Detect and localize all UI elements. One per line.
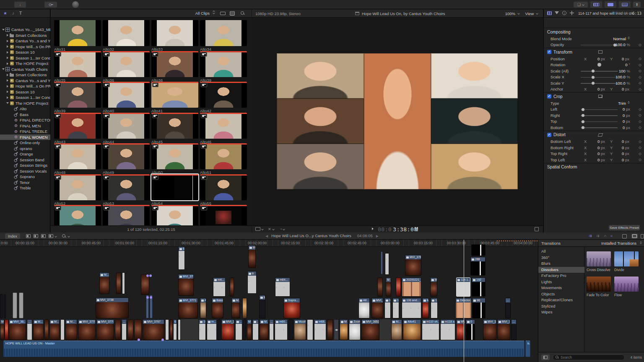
clip-filter-chevrons[interactable] [213, 11, 215, 14]
sidebar-item[interactable]: Alto [0, 106, 50, 112]
effects-browser-icon[interactable] [622, 234, 627, 238]
timeline-clip[interactable]: ... [252, 319, 259, 340]
disclosure-right-icon[interactable] [6, 51, 9, 54]
solo-icon[interactable]: ∩ [604, 234, 606, 238]
inspector-section-header[interactable]: Compositing [544, 28, 644, 36]
keyframe-diamond-icon[interactable] [639, 88, 641, 90]
slider-track[interactable] [581, 109, 618, 110]
inspector-row-right[interactable]: Right0 px [544, 112, 644, 119]
timeline-clip[interactable]: MVI_3738 [96, 297, 129, 318]
user-avatar[interactable] [72, 1, 79, 8]
inspector-row-blend-mode[interactable]: Blend ModeNormal [544, 36, 644, 42]
timeline-clip[interactable]: M... [259, 295, 265, 318]
timeline-clip[interactable]: M [247, 319, 252, 340]
marker-icon[interactable] [138, 339, 140, 341]
inspector-row-bottom[interactable]: Bottom0 px [544, 124, 644, 131]
keyframe-diamond-icon[interactable] [639, 126, 641, 129]
keyframe-diamond-icon[interactable] [639, 158, 641, 161]
photos-browser-icon[interactable] [641, 234, 644, 238]
crop-icon[interactable] [598, 95, 602, 98]
info-inspector-icon[interactable]: i [562, 11, 566, 15]
timeline-clip[interactable]: MVI_3... [221, 319, 234, 340]
timeline-clip[interactable]: MVI_3770 [96, 319, 114, 340]
slider-track[interactable] [581, 83, 618, 84]
viewer-view-dropdown[interactable]: View [525, 11, 534, 16]
browser-clip[interactable]: Alto45 [151, 113, 198, 144]
browser-clip[interactable]: Alto39 [200, 51, 247, 83]
timeline-clip[interactable]: 10 [199, 319, 206, 340]
section-checkbox[interactable]: ✓ [547, 133, 551, 137]
timeline-clip[interactable] [218, 319, 221, 340]
timeline-clip[interactable]: 96 [472, 298, 486, 318]
transitions-category[interactable]: Dissolves [538, 267, 584, 273]
timeline-clip[interactable]: McuW50... [294, 319, 306, 340]
timeline-clip[interactable] [134, 319, 142, 340]
retime-dropdown-icon[interactable]: ◔ [280, 227, 285, 231]
marker-icon[interactable] [146, 274, 149, 277]
slider-track[interactable] [581, 127, 618, 128]
parameter-value[interactable]: 0 px [623, 107, 630, 111]
timeline-clip[interactable]: m110 oh... [422, 319, 439, 340]
video-canvas[interactable] [277, 53, 518, 189]
sidebar-item[interactable]: oprano [0, 146, 50, 152]
parameter-value[interactable]: 0 px [623, 119, 630, 124]
installed-transitions-dropdown[interactable]: Installed Transitions [601, 241, 636, 246]
inspector-row-top-right[interactable]: Top RightX0 pxY0 px [544, 151, 644, 157]
timeline-clip[interactable]: tr [247, 271, 257, 294]
keyframe-diamond-icon[interactable] [639, 75, 641, 78]
sidebar-item[interactable]: Session Band [0, 157, 50, 163]
inspector-row-scale-all-[interactable]: Scale (All)100 % [544, 68, 644, 74]
timeline-clip[interactable] [44, 319, 49, 340]
disclosure-right-icon[interactable] [6, 74, 9, 76]
sidebar-item[interactable]: Soprano [0, 174, 50, 180]
timeline-clip[interactable]: MVI_3797 [178, 274, 194, 296]
share-icon[interactable]: ⬆ [633, 2, 641, 8]
keyframe-diamond-icon[interactable] [639, 70, 641, 72]
sidebar-item[interactable]: ⚙FINAL WOMEN [0, 134, 50, 140]
inspector-row-top[interactable]: Top0 px [544, 119, 644, 125]
browser-clip[interactable]: Alto50 [151, 143, 198, 175]
disclosure-right-icon[interactable] [6, 62, 9, 65]
timeline-clip[interactable]: M... [422, 298, 429, 318]
timeline-clip[interactable]: m4... [213, 277, 226, 297]
timeline-clip[interactable] [13, 292, 17, 318]
workspace-timeline-toggle[interactable] [605, 1, 616, 8]
timeline-clip[interactable]: M... [340, 319, 348, 340]
timeline-clip[interactable]: MVI_3797 [143, 319, 164, 340]
timeline-clip[interactable]: m... [207, 319, 217, 340]
parameter-value[interactable]: 100.0 % [615, 42, 630, 47]
search-icon[interactable] [241, 11, 245, 16]
timeline-clip[interactable] [377, 277, 383, 297]
timeline-clip[interactable]: M... [430, 277, 437, 297]
browser-clip[interactable]: Alto53 [103, 174, 150, 206]
browser-clip[interactable]: Alto31 [54, 20, 101, 52]
transitions-search-input[interactable] [561, 355, 615, 359]
timeline-clip[interactable]: ... [511, 319, 517, 340]
browser-clip[interactable]: Alto34 [200, 20, 247, 52]
inspector-row-scale-y[interactable]: Scale Y100.0 % [544, 80, 644, 86]
keyframe-diamond-icon[interactable] [639, 146, 641, 149]
inspector-row-type[interactable]: TypeTrim [544, 100, 644, 106]
timeline-clip[interactable] [243, 319, 246, 340]
keyframe-diamond-icon[interactable] [639, 63, 641, 66]
disclosure-right-icon[interactable] [6, 90, 9, 93]
timeline-clip[interactable] [60, 319, 65, 340]
timeline-clip[interactable]: M... [231, 298, 240, 318]
timeline-clip[interactable]: tri [248, 245, 256, 268]
timeline-clip[interactable]: 1... [431, 298, 438, 318]
inspector-section-header[interactable]: ✓Crop [544, 92, 644, 100]
workspace-inspector-toggle[interactable] [619, 1, 631, 8]
y-value[interactable]: 0 px [615, 57, 629, 61]
tools-dropdown-icon[interactable]: ✕ [268, 227, 274, 231]
transitions-category[interactable]: All [538, 248, 584, 255]
timeline-clip[interactable] [471, 244, 486, 256]
inspector-section-header[interactable]: ✓Transform [544, 48, 644, 56]
timeline-pane[interactable]: 0:0000:00:15:0000:00:30:0000:00:45:0000:… [0, 240, 538, 362]
inspector-row-anchor[interactable]: AnchorX0 pxY0 px [544, 86, 644, 93]
browser-clip[interactable]: Alto33 [151, 20, 198, 52]
timeline-clip[interactable]: MVI_37... [483, 319, 496, 340]
timeline-clip[interactable]: m68... [314, 319, 326, 340]
slider-handle[interactable] [582, 126, 584, 129]
timeline-clip[interactable] [0, 294, 3, 318]
inspector-row-rotation[interactable]: Rotation0 ° [544, 62, 644, 68]
